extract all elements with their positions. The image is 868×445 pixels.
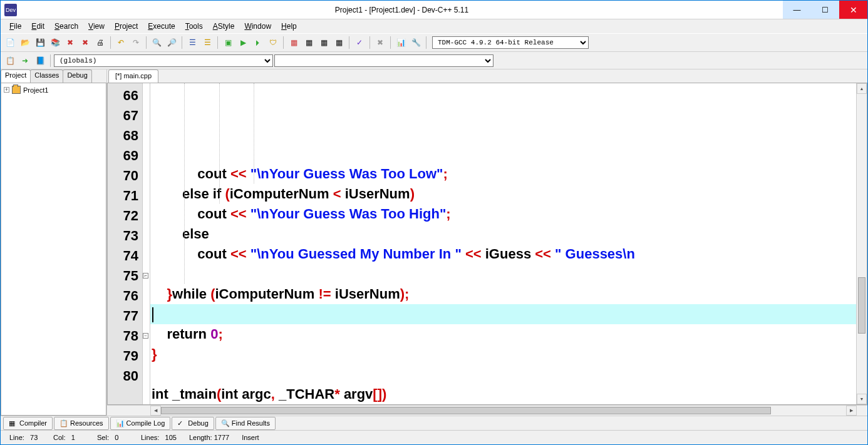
- code-line[interactable]: [150, 304, 856, 324]
- bottomtab-compiler[interactable]: ▦Compiler: [3, 417, 53, 430]
- close-file-icon[interactable]: ✖: [63, 36, 77, 49]
- code-line[interactable]: cout << "\nYour Guess Was Too Low";: [150, 164, 856, 184]
- step-over-icon[interactable]: ▦: [332, 36, 346, 49]
- compile-run-icon[interactable]: ⏵: [251, 36, 265, 49]
- maximize-button[interactable]: ☐: [811, 1, 839, 19]
- project-tree[interactable]: + Project1: [1, 83, 106, 416]
- find-icon[interactable]: 🔍: [150, 36, 163, 49]
- open-file-icon[interactable]: 📂: [18, 36, 32, 49]
- redo-icon[interactable]: ↷: [129, 36, 143, 49]
- menu-tools[interactable]: Tools: [180, 21, 208, 32]
- code-line[interactable]: }while (iComputerNum != iUserNum);: [150, 284, 856, 304]
- file-tab-main[interactable]: [*] main.cpp: [108, 69, 158, 83]
- rebuild-icon[interactable]: 🛡: [266, 36, 280, 49]
- fold-end-icon[interactable]: ⌐: [143, 273, 148, 279]
- tool-icon[interactable]: 🔧: [409, 36, 423, 49]
- line-number: 75: [108, 266, 142, 286]
- code-line[interactable]: return 0;: [150, 324, 856, 344]
- save-all-icon[interactable]: 📚: [48, 36, 62, 49]
- hscroll-pad: [107, 406, 150, 416]
- side-tabs: ProjectClassesDebug: [1, 69, 106, 83]
- bottomtab-debug[interactable]: ✓Debug: [172, 417, 214, 430]
- stop-icon[interactable]: ▦: [302, 36, 316, 49]
- menu-project[interactable]: Project: [110, 21, 143, 32]
- menu-astyle[interactable]: AStyle: [208, 21, 240, 32]
- profile-icon[interactable]: 📊: [394, 36, 408, 49]
- app-icon: Dev: [4, 4, 17, 16]
- menu-file[interactable]: File: [4, 21, 26, 32]
- check-icon[interactable]: ✓: [353, 36, 366, 49]
- save-icon[interactable]: 💾: [33, 36, 47, 49]
- bottomtab-find-results[interactable]: 🔍Find Results: [215, 417, 276, 430]
- scroll-right-icon[interactable]: ▶: [846, 406, 857, 416]
- member-select[interactable]: [274, 54, 493, 67]
- bookmark-icon[interactable]: ☰: [200, 36, 214, 49]
- code-line[interactable]: else if (iComputerNum < iUserNum): [150, 184, 856, 204]
- separator: [426, 36, 426, 49]
- line-number: 77: [108, 306, 142, 326]
- step-icon[interactable]: ▦: [317, 36, 331, 49]
- tree-root-node[interactable]: + Project1: [4, 86, 103, 94]
- goto-line-icon[interactable]: ☰: [185, 36, 199, 49]
- vertical-scroll-thumb[interactable]: [858, 277, 865, 334]
- line-number: 73: [108, 226, 142, 246]
- code-line[interactable]: else: [150, 224, 856, 244]
- undo-icon[interactable]: ↶: [114, 36, 128, 49]
- code-editor[interactable]: 666768697071727374757677787980 ⌐− cout <…: [107, 83, 867, 405]
- hscroll-track[interactable]: [161, 406, 846, 416]
- file-tab-label: [*] main.cpp: [115, 72, 152, 79]
- status-lines: Lines: 105: [135, 434, 183, 441]
- separator: [283, 36, 284, 49]
- scroll-left-icon[interactable]: ◀: [150, 406, 161, 416]
- scope-select[interactable]: (globals): [54, 54, 273, 67]
- code-line[interactable]: cout << "\nYour Guess Was Too High";: [150, 204, 856, 224]
- menu-edit[interactable]: Edit: [26, 21, 49, 32]
- code-line[interactable]: int _tmain(int argc, _TCHAR* argv[]): [150, 384, 856, 404]
- scroll-up-icon[interactable]: ▲: [857, 83, 867, 94]
- side-panel: ProjectClassesDebug + Project1: [1, 69, 107, 416]
- sidetab-project[interactable]: Project: [1, 69, 31, 83]
- delete-icon[interactable]: ✖: [373, 36, 387, 49]
- compiler-select[interactable]: TDM-GCC 4.9.2 64-bit Release: [432, 36, 589, 49]
- run-icon[interactable]: ▶: [236, 36, 250, 49]
- code-content[interactable]: cout << "\nYour Guess Was Too Low"; else…: [150, 83, 856, 404]
- new-file-icon[interactable]: 📄: [3, 36, 17, 49]
- sidetab-classes[interactable]: Classes: [30, 69, 63, 83]
- tree-expand-icon[interactable]: +: [4, 87, 9, 93]
- print-icon[interactable]: 🖨: [93, 36, 107, 49]
- code-line[interactable]: [150, 264, 856, 284]
- bottomtab-resources[interactable]: 📋Resources: [54, 417, 109, 430]
- close-button[interactable]: ✕: [839, 1, 867, 19]
- horizontal-scrollbar[interactable]: ◀ ▶: [107, 405, 867, 416]
- menu-search[interactable]: Search: [49, 21, 83, 32]
- goto-decl-icon[interactable]: ➜: [18, 54, 32, 68]
- scroll-down-icon[interactable]: ▼: [857, 394, 867, 404]
- replace-icon[interactable]: 🔎: [165, 36, 178, 49]
- code-line[interactable]: }: [150, 344, 856, 364]
- separator: [217, 36, 218, 49]
- file-tabs: [*] main.cpp: [107, 69, 867, 83]
- menu-view[interactable]: View: [83, 21, 110, 32]
- new-class-icon[interactable]: 📋: [3, 54, 17, 68]
- menu-execute[interactable]: Execute: [143, 21, 180, 32]
- menubar: FileEditSearchViewProjectExecuteToolsASt…: [1, 19, 867, 33]
- sidetab-debug[interactable]: Debug: [63, 69, 91, 83]
- fold-open-icon[interactable]: −: [143, 333, 148, 339]
- goto-impl-icon[interactable]: 📘: [33, 54, 47, 68]
- vertical-scrollbar[interactable]: ▲ ▼: [856, 83, 867, 404]
- bottomtab-compile-log[interactable]: 📊Compile Log: [110, 417, 171, 430]
- code-line[interactable]: [150, 364, 856, 384]
- bottomtab-label: Compiler: [19, 419, 47, 427]
- code-line[interactable]: cout << "\nYou Guessed My Number In " <<…: [150, 244, 856, 264]
- menu-window[interactable]: Window: [239, 21, 276, 32]
- bottomtab-icon: 📋: [59, 419, 68, 427]
- debug-icon[interactable]: ▦: [287, 36, 301, 49]
- compile-icon[interactable]: ▣: [221, 36, 235, 49]
- horizontal-scroll-thumb[interactable]: [161, 407, 771, 414]
- minimize-button[interactable]: —: [783, 1, 811, 19]
- close-all-icon[interactable]: ✖: [78, 36, 92, 49]
- line-gutter: 666768697071727374757677787980: [108, 83, 143, 404]
- fold-gutter[interactable]: ⌐−: [143, 83, 150, 404]
- menu-help[interactable]: Help: [276, 21, 302, 32]
- separator: [349, 36, 349, 49]
